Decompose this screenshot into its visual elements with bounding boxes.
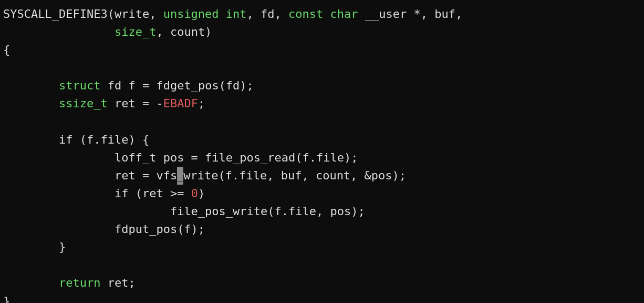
code-line-5: struct fd f = fdget_pos(fd);: [3, 77, 644, 95]
code-text: [3, 79, 59, 92]
keyword-return: return: [59, 276, 100, 289]
code-line-6: ssize_t ret = -EBADF;: [3, 95, 644, 113]
code-text: }: [3, 295, 10, 304]
code-line-14: }: [3, 238, 644, 256]
code-text: {: [3, 43, 10, 56]
code-text: file_pos_write(f.file, pos);: [3, 205, 365, 218]
code-text: fdput_pos(f);: [3, 223, 205, 236]
code-text: if (ret >=: [3, 187, 191, 200]
code-text: ret;: [100, 276, 135, 289]
code-line-16: return ret;: [3, 274, 644, 292]
keyword-ssize_t: ssize_t: [59, 97, 108, 110]
keyword-struct: struct: [59, 79, 100, 92]
code-text: ret = -: [108, 97, 163, 110]
text-cursor: _: [177, 167, 183, 185]
code-line-2: size_t, count): [3, 23, 644, 41]
code-text: loff_t pos = file_pos_read(f.file);: [3, 151, 358, 164]
keyword-size_t: size_t: [115, 25, 156, 38]
keyword-unsigned: unsigned int: [163, 7, 247, 21]
code-line-12: file_pos_write(f.file, pos);: [3, 203, 644, 220]
code-line-10: ret = vfs_write(f.file, buf, count, &pos…: [3, 167, 644, 185]
code-text: ;: [198, 97, 205, 110]
code-text: , fd,: [247, 7, 288, 21]
code-text: [3, 25, 115, 38]
code-line-4: [3, 59, 644, 77]
code-line-17: }: [3, 292, 644, 304]
code-viewer: SYSCALL_DEFINE3(write, unsigned int, fd,…: [0, 0, 644, 303]
code-line-8: if (f.file) {: [3, 131, 644, 149]
code-line-11: if (ret >= 0): [3, 185, 644, 203]
code-text: ret = vfs: [3, 169, 177, 182]
code-text: fd f = fdget_pos(fd);: [100, 79, 253, 92]
code-text: [3, 97, 59, 110]
code-block: SYSCALL_DEFINE3(write, unsigned int, fd,…: [3, 5, 644, 303]
code-line-1: SYSCALL_DEFINE3(write, unsigned int, fd,…: [3, 5, 644, 23]
code-text: [3, 276, 59, 289]
code-line-7: [3, 113, 644, 131]
code-line-9: loff_t pos = file_pos_read(f.file);: [3, 149, 644, 167]
code-text: , count): [156, 25, 212, 38]
code-line-13: fdput_pos(f);: [3, 220, 644, 238]
code-text: __user *, buf,: [358, 7, 463, 21]
error-ebadf: EBADF: [163, 97, 198, 110]
code-text: }: [3, 240, 66, 254]
code-text: ): [198, 187, 205, 200]
code-text: if (f.file) {: [3, 133, 149, 146]
keyword-const: const char: [288, 7, 358, 21]
code-text: write(f.file, buf, count, &pos);: [183, 169, 406, 182]
code-line-3: {: [3, 41, 644, 59]
code-line-15: [3, 256, 644, 274]
number-zero: 0: [191, 187, 198, 200]
code-text: SYSCALL_DEFINE3(write,: [3, 7, 163, 21]
